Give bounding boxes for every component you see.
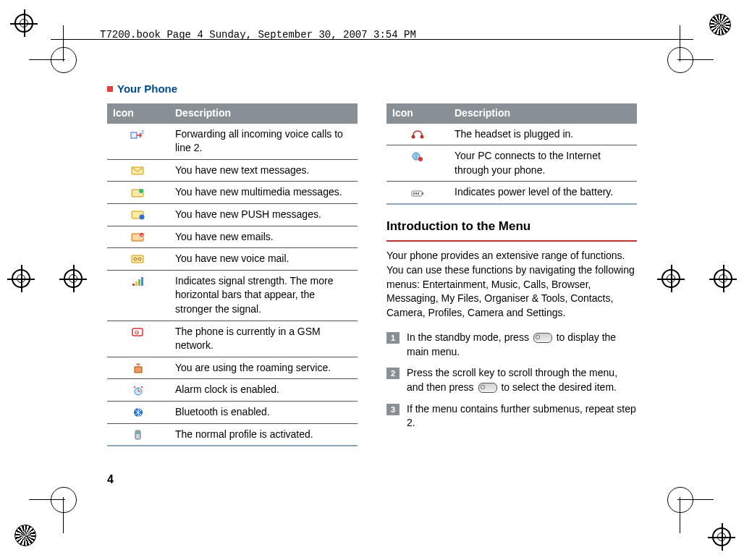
- registration-target-icon: [661, 269, 680, 288]
- table-row: You have new PUSH messages.: [107, 203, 358, 226]
- row-desc: You have new voice mail.: [169, 248, 358, 271]
- svg-rect-0: [131, 132, 137, 138]
- signal-strength-icon: [130, 276, 146, 287]
- table-row: Indicates power level of the battery.: [386, 182, 637, 204]
- header-rule: [51, 39, 693, 40]
- step-text: Press the scroll key to scroll through t…: [407, 366, 637, 394]
- icon-table-left: Icon Description 2Forwarding all incomin…: [107, 103, 358, 446]
- row-desc: You are using the roaming service.: [169, 357, 358, 379]
- step-text: If the menu contains further submenus, r…: [407, 402, 637, 430]
- th-desc: Description: [449, 103, 637, 124]
- content-area: Your Phone Icon Description 2Forwarding …: [107, 81, 637, 495]
- svg-point-24: [412, 135, 415, 138]
- center-key-icon: [533, 333, 552, 343]
- step-number: 2: [386, 368, 400, 379]
- headset-plugged-icon: [410, 129, 426, 140]
- step-1: 1 In the standby mode, press to display …: [386, 331, 637, 359]
- step-3: 3 If the menu contains further submenus,…: [386, 402, 637, 430]
- th-desc: Description: [169, 103, 358, 124]
- row-desc: Alarm clock is enabled.: [169, 379, 358, 402]
- svg-rect-31: [415, 192, 417, 195]
- section-header: Your Phone: [107, 81, 637, 96]
- svg-rect-10: [132, 255, 143, 263]
- page-number: 4: [107, 472, 114, 488]
- svg-rect-13: [132, 284, 135, 286]
- table-row: Bluetooth is enabled.: [107, 401, 358, 423]
- left-column: Icon Description 2Forwarding all incomin…: [107, 103, 358, 495]
- svg-text:@: @: [140, 233, 145, 237]
- th-icon: Icon: [386, 103, 449, 124]
- svg-point-6: [140, 215, 145, 220]
- svg-text:G: G: [135, 329, 139, 336]
- registration-target-icon: [14, 14, 33, 33]
- table-row: Indicates signal strength. The more hori…: [107, 270, 358, 321]
- row-desc: Indicates signal strength. The more hori…: [169, 270, 358, 321]
- new-text-icon: [130, 165, 146, 177]
- new-push-icon: [130, 209, 146, 221]
- icon-table-right: Icon Description The headset is plugged …: [386, 103, 637, 205]
- row-desc: Bluetooth is enabled.: [169, 401, 358, 423]
- intro-paragraph: Your phone provides an extensive range o…: [386, 249, 637, 321]
- svg-point-27: [418, 157, 423, 161]
- svg-rect-19: [135, 367, 142, 373]
- crop-mark-icon: [51, 487, 77, 513]
- normal-profile-icon: [130, 429, 146, 441]
- crop-mark-icon: [667, 47, 693, 73]
- svg-rect-15: [138, 279, 140, 286]
- svg-text:2: 2: [141, 130, 144, 135]
- new-mms-icon: [130, 187, 146, 199]
- table-row: You have new voice mail.: [107, 248, 358, 271]
- svg-rect-30: [413, 192, 415, 195]
- svg-point-25: [420, 135, 424, 138]
- table-row: Your PC connects to the Internet through…: [386, 145, 637, 182]
- step-2: 2 Press the scroll key to scroll through…: [386, 366, 637, 394]
- row-desc: The phone is currently in a GSM network.: [169, 321, 358, 357]
- page: T7200.book Page 4 Sunday, September 30, …: [0, 0, 744, 560]
- pc-internet-icon: [410, 150, 426, 162]
- step-number: 3: [386, 404, 400, 415]
- svg-rect-23: [136, 431, 140, 434]
- registration-target-icon: [12, 269, 30, 288]
- svg-rect-29: [422, 192, 423, 195]
- right-column: Icon Description The headset is plugged …: [386, 103, 637, 495]
- step-number: 1: [386, 332, 400, 344]
- svg-point-4: [139, 189, 143, 193]
- table-row: Alarm clock is enabled.: [107, 379, 358, 402]
- gsm-network-icon: G: [130, 326, 146, 338]
- crop-mark-icon: [51, 47, 77, 73]
- battery-level-icon: [410, 187, 426, 199]
- new-voicemail-icon: [130, 253, 146, 265]
- table-row: You have new multimedia messages.: [107, 182, 358, 204]
- row-desc: You have new emails.: [169, 226, 358, 248]
- th-icon: Icon: [107, 103, 169, 124]
- row-desc: You have new multimedia messages.: [169, 182, 358, 204]
- alarm-enabled-icon: [130, 385, 146, 396]
- row-desc: You have new text messages.: [169, 159, 358, 182]
- table-row: The headset is plugged in.: [386, 124, 637, 145]
- roaming-icon: [130, 362, 146, 374]
- row-desc: Your PC connects to the Internet through…: [449, 145, 637, 182]
- svg-rect-16: [141, 277, 143, 286]
- registration-target-icon: [714, 269, 732, 288]
- center-key-icon: [478, 383, 497, 393]
- registration-target-icon: [712, 527, 731, 546]
- table-row: @You have new emails.: [107, 226, 358, 248]
- row-desc: Forwarding all incoming voice calls to l…: [169, 124, 358, 160]
- registration-mark-icon: [14, 525, 36, 546]
- step-text: In the standby mode, press to display th…: [407, 331, 637, 359]
- section-title: Your Phone: [117, 81, 177, 96]
- table-row: You are using the roaming service.: [107, 357, 358, 379]
- table-row: 2Forwarding all incoming voice calls to …: [107, 124, 358, 160]
- table-row: GThe phone is currently in a GSM network…: [107, 321, 358, 357]
- row-desc: You have new PUSH messages.: [169, 203, 358, 226]
- row-desc: The headset is plugged in.: [449, 124, 637, 145]
- row-desc: The normal profile is activated.: [169, 423, 358, 446]
- row-desc: Indicates power level of the battery.: [449, 182, 637, 204]
- table-row: The normal profile is activated.: [107, 423, 358, 446]
- bluetooth-enabled-icon: [130, 407, 146, 418]
- registration-target-icon: [64, 269, 83, 288]
- table-row: You have new text messages.: [107, 159, 358, 182]
- svg-rect-32: [418, 192, 419, 195]
- registration-mark-icon: [709, 14, 731, 35]
- heading-rule: [386, 240, 637, 242]
